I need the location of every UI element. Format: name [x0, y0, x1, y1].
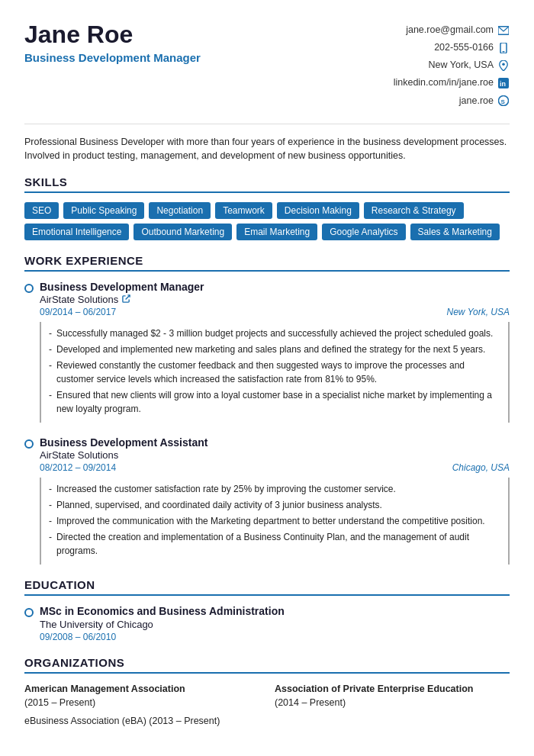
- skill-badge: Teamwork: [215, 202, 272, 219]
- svg-text:in: in: [500, 80, 506, 88]
- job-company: AirState Solutions: [40, 294, 510, 305]
- skill-badge: Decision Making: [277, 202, 359, 219]
- job-meta: 09/2014 – 06/2017New York, USA: [40, 307, 510, 317]
- svg-point-3: [502, 63, 505, 66]
- edu-degree: MSc in Economics and Business Administra…: [40, 605, 510, 617]
- skill-badge: SEO: [24, 202, 59, 219]
- svg-line-8: [126, 295, 130, 300]
- linkedin-icon: in: [497, 77, 510, 89]
- job-dates: 09/2014 – 06/2017: [40, 307, 116, 317]
- edu-container: MSc in Economics and Business Administra…: [24, 605, 510, 642]
- skype-row: jane.roe S: [394, 92, 510, 110]
- jobs-container: Business Development ManagerAirState Sol…: [24, 281, 510, 565]
- skill-badge: Research & Strategy: [364, 202, 464, 219]
- candidate-name: Jane Roe: [24, 21, 201, 48]
- location-row: New York, USA: [394, 56, 510, 74]
- summary-section: Professional Business Developer with mor…: [24, 124, 510, 164]
- job-item: Business Development AssistantAirState S…: [24, 436, 510, 565]
- job-company: AirState Solutions: [40, 449, 510, 461]
- job-title: Business Development Assistant: [40, 436, 510, 449]
- candidate-title: Business Development Manager: [24, 51, 201, 64]
- email-text: jane.roe@gmail.com: [406, 21, 494, 39]
- edu-circle: [24, 608, 34, 617]
- job-location: New York, USA: [447, 307, 510, 317]
- job-bullet: Reviewed constantly the customer feedbac…: [49, 359, 500, 386]
- org-item: Association of Private Enterprise Educat…: [275, 683, 510, 709]
- skill-badge: Email Marketing: [236, 224, 317, 240]
- skill-badge: Public Speaking: [63, 202, 144, 219]
- skype-text: jane.roe: [459, 92, 494, 110]
- skill-badge: Google Analytics: [322, 224, 405, 240]
- education-section: EDUCATION MSc in Economics and Business …: [24, 578, 510, 642]
- skill-badge: Sales & Marketing: [410, 224, 500, 240]
- edu-school: The University of Chicago: [40, 619, 510, 630]
- org-item: American Management Association(2015 – P…: [24, 683, 259, 709]
- education-title: EDUCATION: [24, 578, 510, 596]
- phone-text: 202-555-0166: [434, 39, 494, 56]
- job-item: Business Development ManagerAirState Sol…: [24, 281, 510, 423]
- email-icon: [497, 24, 510, 37]
- phone-icon: [497, 42, 510, 54]
- skills-section: SKILLS SEOPublic SpeakingNegotiationTeam…: [24, 175, 510, 240]
- edu-item: MSc in Economics and Business Administra…: [24, 605, 510, 642]
- job-dates: 08/2012 – 09/2014: [40, 462, 116, 473]
- phone-row: 202-555-0166: [394, 39, 510, 56]
- location-text: New York, USA: [429, 56, 494, 74]
- external-link-icon[interactable]: [122, 294, 130, 304]
- organizations-section: ORGANIZATIONS American Management Associ…: [24, 656, 510, 726]
- email-row: jane.roe@gmail.com: [394, 21, 510, 39]
- skill-badge: Negotiation: [149, 202, 211, 219]
- job-circle: [24, 439, 34, 449]
- job-bullets: Increased the customer satisfaction rate…: [40, 478, 510, 565]
- job-bullet: Directed the creation and implementation…: [49, 530, 500, 558]
- header-left: Jane Roe Business Development Manager: [24, 21, 201, 64]
- job-bullet: Planned, supervised, and coordinated dai…: [49, 498, 500, 512]
- org-single: eBusiness Association (eBA) (2013 – Pres…: [24, 716, 510, 726]
- job-bullet: Increased the customer satisfaction rate…: [49, 482, 500, 496]
- skills-container: SEOPublic SpeakingNegotiationTeamworkDec…: [24, 202, 510, 240]
- work-experience-section: WORK EXPERIENCE Business Development Man…: [24, 254, 510, 565]
- job-meta: 08/2012 – 09/2014Chicago, USA: [40, 462, 510, 473]
- skill-badge: Emotional Intelligence: [24, 224, 129, 240]
- location-icon: [497, 60, 510, 72]
- contact-info: jane.roe@gmail.com 202-555-0166: [394, 21, 510, 110]
- job-bullet: Improved the communication with the Mark…: [49, 514, 500, 528]
- job-bullet: Successfully managed $2 - 3 million budg…: [49, 327, 500, 340]
- skills-title: SKILLS: [24, 175, 510, 193]
- header: Jane Roe Business Development Manager ja…: [24, 21, 510, 110]
- linkedin-row: linkedin.com/in/jane.roe in: [394, 74, 510, 92]
- job-circle: [24, 284, 34, 293]
- job-title: Business Development Manager: [40, 281, 510, 293]
- skype-icon: S: [497, 95, 510, 107]
- edu-dates: 09/2008 – 06/2010: [40, 632, 510, 642]
- orgs-grid: American Management Association(2015 – P…: [24, 683, 510, 709]
- work-experience-title: WORK EXPERIENCE: [24, 254, 510, 272]
- resume-page: Jane Roe Business Development Manager ja…: [0, 0, 534, 756]
- job-bullets: Successfully managed $2 - 3 million budg…: [40, 322, 510, 423]
- organizations-title: ORGANIZATIONS: [24, 656, 510, 674]
- svg-rect-2: [503, 51, 505, 53]
- linkedin-text: linkedin.com/in/jane.roe: [394, 74, 494, 92]
- job-bullet: Ensured that new clients will grow into …: [49, 388, 500, 416]
- svg-text:S: S: [501, 98, 506, 105]
- summary-text: Professional Business Developer with mor…: [24, 137, 507, 162]
- job-bullet: Developed and implemented new marketing …: [49, 343, 500, 356]
- job-location: Chicago, USA: [452, 462, 510, 473]
- skill-badge: Outbound Marketing: [134, 224, 232, 240]
